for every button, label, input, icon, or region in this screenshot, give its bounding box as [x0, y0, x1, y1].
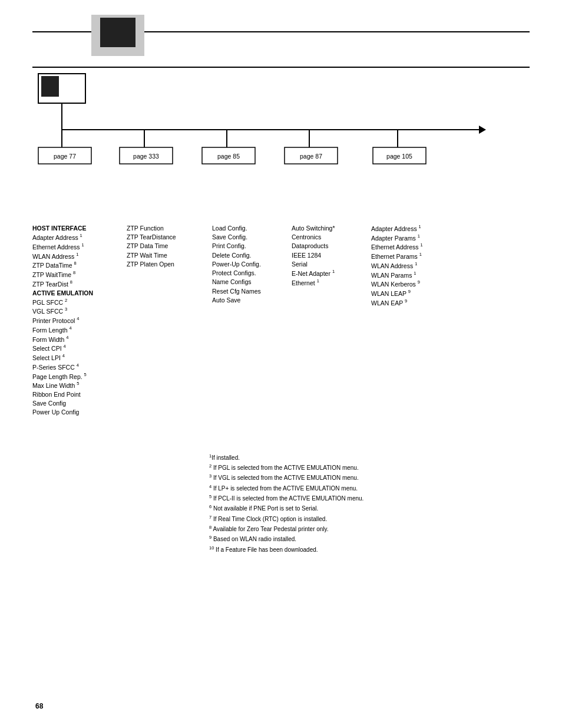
footnote-5: 5 If PCL-II is selected from the ACTIVE …: [209, 493, 530, 503]
col4-item-7: Ethernet 1: [292, 278, 362, 288]
top-graphic: [32, 9, 530, 68]
svg-text:page 77: page 77: [54, 153, 76, 160]
col1-item-ribbon: Ribbon End Point: [32, 390, 118, 399]
col4-item-5: Serial: [292, 260, 362, 269]
footnote-1: 1If installed.: [209, 453, 530, 463]
col3-item-6: Protect Configs.: [212, 269, 283, 278]
col1-item-7: ZTP TearDist 8: [32, 279, 118, 289]
col2-item-4: ZTP Wait Time: [127, 251, 203, 260]
col1-item-max-line: Max Line Width 5: [32, 381, 118, 390]
col5-item-8: WLAN LEAP 9: [371, 289, 448, 298]
svg-text:page 85: page 85: [217, 153, 240, 160]
col4-item-6: E-Net Adapter 1: [292, 269, 362, 278]
col1-item-vgl: VGL SFCC 3: [32, 307, 118, 316]
svg-text:page 333: page 333: [133, 153, 159, 160]
col1-item-4: WLAN Address 1: [32, 252, 118, 261]
col1-item-5: ZTP DataTime 8: [32, 261, 118, 270]
col1-active-emulation: ACTIVE EMULATION: [32, 289, 118, 298]
col1-item-pgl: PGL SFCC 2: [32, 298, 118, 307]
content-columns: HOST INTERFACE Adapter Address 1 Etherne…: [32, 224, 530, 417]
black-tab: [100, 18, 135, 47]
page-container: page 77 page 333 page 85 page 87 page 10…: [0, 0, 562, 728]
svg-text:page 87: page 87: [300, 153, 322, 160]
col3-item-8: Reset Cfg Names: [212, 287, 283, 296]
col1-item-printer: Printer Protocol 4: [32, 316, 118, 325]
col1-item-select-cpi: Select CPI 4: [32, 344, 118, 353]
svg-rect-1: [41, 76, 59, 97]
col1-item-form-wid: Form Width 4: [32, 335, 118, 344]
page-number: 68: [35, 702, 43, 710]
footnote-6: 6 Not available if PNE Port is set to Se…: [209, 503, 530, 513]
col1-item-power: Power Up Config: [32, 408, 118, 417]
svg-text:page 105: page 105: [386, 153, 412, 160]
col1-item-page-len: Page Length Rep. 5: [32, 372, 118, 381]
col5-item-4: Ethernet Params 1: [371, 252, 448, 261]
footnotes-section: 1If installed. 2 If PGL is selected from…: [32, 453, 530, 555]
diagram-svg: page 77 page 333 page 85 page 87 page 10…: [32, 71, 539, 224]
col3-item-5: Power-Up Config.: [212, 260, 283, 269]
col1-item-save: Save Config: [32, 399, 118, 408]
footnote-9: 9 Based on WLAN radio installed.: [209, 534, 530, 544]
svg-marker-5: [479, 126, 486, 134]
footnote-3: 3 If VGL is selected from the ACTIVE EMU…: [209, 473, 530, 483]
col4-item-4: IEEE 1284: [292, 251, 362, 260]
footnote-10: 10 If a Feature File has been downloaded…: [209, 545, 530, 555]
col5-item-6: WLAN Params 1: [371, 271, 448, 280]
col2-item-5: ZTP Platen Open: [127, 260, 203, 269]
col1-item-select-lpi: Select LPI 4: [32, 353, 118, 363]
col1-item-form-len: Form Length 4: [32, 325, 118, 335]
col3-item-4: Delete Config.: [212, 251, 283, 260]
footnote-2: 2 If PGL is selected from the ACTIVE EMU…: [209, 463, 530, 473]
col5-item-7: WLAN Kerberos 9: [371, 279, 448, 289]
col3-item-7: Name Configs: [212, 278, 283, 286]
col3-item-9: Auto Save: [212, 296, 283, 305]
footnote-4: 4 If LP+ is selected from the ACTIVE EMU…: [209, 483, 530, 493]
col5-item-9: WLAN EAP 9: [371, 298, 448, 308]
col1-item-6: ZTP WaitTime 8: [32, 270, 118, 279]
footnote-7: 7 If Real Time Clock (RTC) option is ins…: [209, 514, 530, 524]
diagram-area: page 77 page 333 page 85 page 87 page 10…: [32, 71, 539, 248]
column-1: HOST INTERFACE Adapter Address 1 Etherne…: [32, 224, 118, 417]
bottom-line: [32, 67, 530, 68]
col5-item-5: WLAN Address 1: [371, 261, 448, 271]
col1-item-pseries: P-Series SFCC 4: [32, 363, 118, 372]
footnote-8: 8 Available for Zero Tear Pedestal print…: [209, 524, 530, 534]
